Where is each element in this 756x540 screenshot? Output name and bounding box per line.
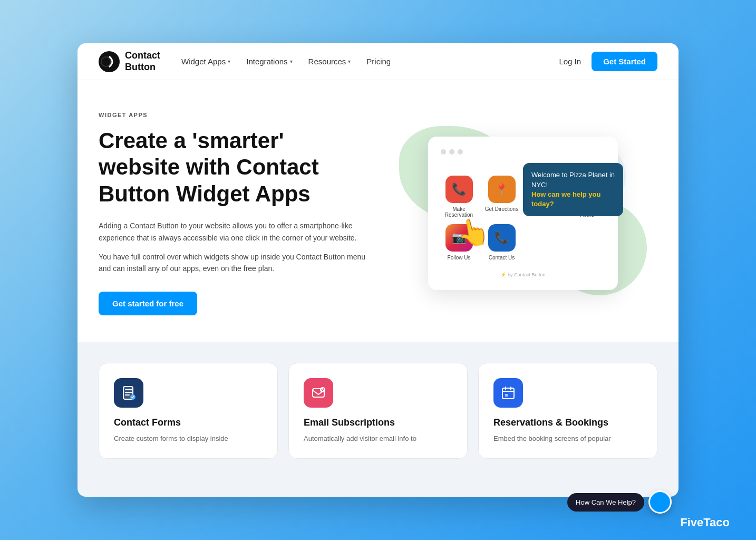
widget-preview-card: Welcome to Pizza Planet in NYC! How can … — [428, 137, 618, 290]
nav-resources[interactable]: Resources ▾ — [308, 57, 351, 66]
dot-2 — [449, 149, 454, 155]
card-email-subscriptions: Email Subscriptions Automatically add vi… — [288, 363, 468, 459]
dot-1 — [441, 149, 446, 155]
help-button[interactable] — [648, 490, 672, 514]
chevron-down-icon: ▾ — [348, 59, 351, 64]
widget-icon-get-directions: 📍 Get Directions — [483, 176, 520, 218]
hero-content: WIDGET APPS Create a 'smarter' website w… — [99, 112, 367, 315]
brand-name: Contact Button — [125, 50, 160, 73]
widget-icon-make-reservation: 📞 Make Reservation — [441, 176, 477, 218]
hero-desc1: Adding a Contact Button to your website … — [99, 220, 367, 244]
chevron-down-icon: ▾ — [290, 59, 293, 64]
card-contact-forms: Contact Forms Create custom forms to dis… — [99, 363, 278, 459]
fivetaco-branding: FiveTaco — [680, 516, 730, 529]
card-reservations-title: Reservations & Bookings — [493, 417, 642, 428]
email-subscriptions-icon — [304, 378, 333, 408]
reservations-icon — [493, 378, 523, 408]
navbar: Contact Button Widget Apps ▾ Integration… — [77, 43, 679, 80]
card-contact-forms-title: Contact Forms — [114, 417, 263, 428]
card-reservations: Reservations & Bookings Embed the bookin… — [478, 363, 657, 459]
card-email-subscriptions-title: Email Subscriptions — [304, 417, 452, 428]
nav-actions: Log In Get Started — [559, 52, 657, 71]
dot-3 — [458, 149, 463, 155]
login-button[interactable]: Log In — [559, 57, 581, 66]
welcome-bubble: Welcome to Pizza Planet in NYC! How can … — [523, 163, 623, 216]
contact-forms-icon — [114, 378, 143, 408]
nav-pricing[interactable]: Pricing — [366, 57, 391, 66]
hero-desc2: You have full control over which widgets… — [99, 251, 367, 275]
hero-tag: WIDGET APPS — [99, 112, 367, 118]
cards-section: Contact Forms Create custom forms to dis… — [77, 342, 679, 459]
contact-us-label: Contact Us — [489, 255, 515, 261]
get-directions-icon: 📍 — [488, 176, 516, 203]
svg-point-2 — [102, 57, 110, 66]
make-reservation-label: Make Reservation — [441, 206, 477, 218]
welcome-title: Welcome to Pizza Planet in NYC! — [531, 170, 615, 189]
nav-integrations[interactable]: Integrations ▾ — [246, 57, 292, 66]
help-widget: How Can We Help? — [567, 490, 672, 514]
logo[interactable]: Contact Button — [99, 50, 160, 73]
hero-title: Create a 'smarter' website with Contact … — [99, 128, 367, 207]
contact-us-icon: 📞 — [488, 224, 516, 252]
chevron-down-icon: ▾ — [228, 59, 230, 64]
hero-cta-button[interactable]: Get started for free — [99, 292, 197, 315]
window-dots — [441, 149, 605, 155]
card-contact-forms-desc: Create custom forms to display inside — [114, 433, 263, 444]
card-email-subscriptions-desc: Automatically add visitor email info to — [304, 433, 452, 444]
logo-icon — [99, 51, 120, 72]
hero-section: WIDGET APPS Create a 'smarter' website w… — [77, 80, 679, 342]
svg-rect-8 — [502, 388, 514, 399]
follow-us-label: Follow Us — [448, 255, 471, 261]
welcome-subtitle: How can we help you today? — [531, 190, 615, 209]
hero-visual: Welcome to Pizza Planet in NYC! How can … — [389, 137, 657, 290]
get-started-button[interactable]: Get Started — [592, 52, 657, 71]
get-directions-label: Get Directions — [485, 206, 518, 212]
make-reservation-icon: 📞 — [445, 176, 473, 203]
hand-pointer-icon: 👆 — [454, 215, 492, 250]
nav-links: Widget Apps ▾ Integrations ▾ Resources ▾… — [181, 57, 559, 66]
nav-widget-apps[interactable]: Widget Apps ▾ — [181, 57, 230, 66]
card-reservations-desc: Embed the booking screens of popular — [493, 433, 642, 444]
help-bubble: How Can We Help? — [567, 493, 644, 512]
powered-by: ⚡ by Contact Button — [441, 272, 605, 277]
